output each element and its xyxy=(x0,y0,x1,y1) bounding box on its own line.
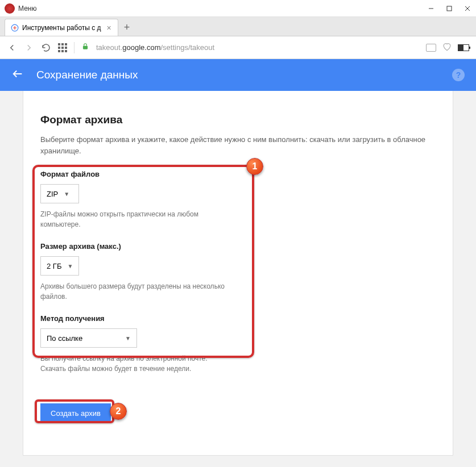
archive-format-card: Формат архива Выберите формат архива и у… xyxy=(23,91,453,456)
url-field[interactable]: takeout.google.com/settings/takeout xyxy=(96,43,419,52)
chevron-down-icon: ▼ xyxy=(64,191,69,197)
file-format-dropdown[interactable]: ZIP ▼ xyxy=(40,184,79,203)
url-prefix: takeout. xyxy=(96,43,122,52)
delivery-method-hint: Вы получите ссылку на архив по электронн… xyxy=(40,353,234,374)
content-area: Формат архива Выберите формат архива и у… xyxy=(0,91,476,467)
battery-saver-icon[interactable] xyxy=(458,44,469,51)
new-tab-button[interactable]: + xyxy=(118,19,135,36)
file-format-label: Формат файлов xyxy=(40,170,436,178)
tab-close-button[interactable]: × xyxy=(107,23,111,32)
url-path: /settings/takeout xyxy=(160,43,214,52)
svg-rect-5 xyxy=(83,45,88,49)
tab-bar: Инструменты работы с д × + xyxy=(0,17,476,36)
window-minimize-button[interactable] xyxy=(427,5,435,12)
tab-title: Инструменты работы с д xyxy=(22,24,101,32)
page-header: Сохранение данных ? xyxy=(0,59,476,91)
nav-back-button[interactable] xyxy=(7,43,17,53)
file-format-value: ZIP xyxy=(47,190,58,198)
lock-icon[interactable] xyxy=(81,43,89,53)
delivery-method-field: Метод получения По ссылке ▼ Вы получите … xyxy=(40,314,436,374)
chevron-down-icon: ▼ xyxy=(67,263,73,269)
archive-size-field: Размер архива (макс.) 2 ГБ ▼ Архивы боль… xyxy=(40,242,436,302)
window-maximize-button[interactable] xyxy=(445,5,453,12)
bookmark-heart-icon[interactable] xyxy=(442,41,452,54)
section-description: Выберите формат архива и укажите, какое … xyxy=(40,134,436,156)
create-archive-button[interactable]: Создать архив xyxy=(40,403,111,423)
nav-forward-button[interactable] xyxy=(24,43,34,53)
archive-size-dropdown[interactable]: 2 ГБ ▼ xyxy=(40,256,79,276)
nav-reload-button[interactable] xyxy=(41,43,51,53)
delivery-method-dropdown[interactable]: По ссылке ▼ xyxy=(40,328,137,348)
chevron-down-icon: ▼ xyxy=(125,335,131,341)
archive-size-hint: Архивы большего размера будут разделены … xyxy=(40,281,234,302)
google-favicon-icon xyxy=(11,24,19,32)
file-format-hint: ZIP-файлы можно открыть практически на л… xyxy=(40,209,234,230)
archive-size-label: Размер архива (макс.) xyxy=(40,242,436,251)
browser-tab[interactable]: Инструменты работы с д × xyxy=(5,19,118,36)
opera-logo-icon xyxy=(5,3,15,14)
separator xyxy=(74,42,74,53)
archive-size-value: 2 ГБ xyxy=(47,262,61,270)
page-title: Сохранение данных xyxy=(36,69,452,81)
svg-rect-1 xyxy=(447,6,452,11)
window-close-button[interactable] xyxy=(463,5,471,12)
site-badge-icon[interactable] xyxy=(426,44,436,52)
delivery-method-label: Метод получения xyxy=(40,314,436,323)
header-back-button[interactable] xyxy=(11,68,24,82)
delivery-method-value: По ссылке xyxy=(47,334,82,343)
file-format-field: Формат файлов ZIP ▼ ZIP-файлы можно откр… xyxy=(40,170,436,230)
section-title: Формат архива xyxy=(40,114,436,126)
address-bar: takeout.google.com/settings/takeout xyxy=(0,36,476,59)
url-domain: google.com xyxy=(122,43,160,52)
help-icon[interactable]: ? xyxy=(452,69,465,81)
window-titlebar: Меню xyxy=(0,0,476,17)
annotation-badge-2: 2 xyxy=(110,403,127,420)
speed-dial-icon[interactable] xyxy=(58,43,67,52)
menu-label[interactable]: Меню xyxy=(18,5,427,12)
